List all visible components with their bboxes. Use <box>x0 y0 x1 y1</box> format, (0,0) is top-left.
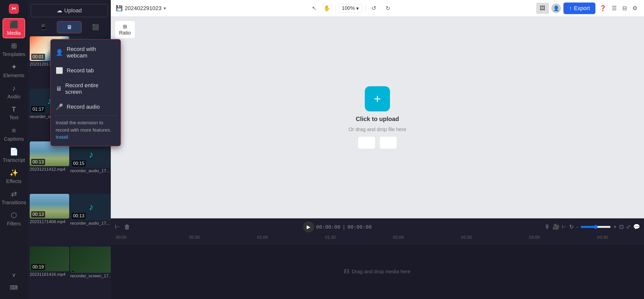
split-icon[interactable]: ⊢ <box>562 224 567 230</box>
delete-tool-icon[interactable]: 🗑 <box>124 223 130 230</box>
record-audio-icon: 🎤 <box>56 103 63 110</box>
editor-main: 💾 202402291023 ▾ ↖ ✋ 100% ▾ <box>111 0 644 299</box>
media-item-6[interactable]: 00:13 <box>30 194 69 219</box>
music-note-icon-5: ♪ <box>89 149 93 160</box>
timeline-tracks: 🎞 Drag and drop media here <box>111 244 644 299</box>
fit-timeline-icon[interactable]: ⊡ <box>619 224 624 230</box>
media-name-8: 20231161416.mp4 <box>30 271 69 278</box>
media-icon: ⬛ <box>10 20 18 29</box>
cursor-tool-btn[interactable]: ↖ <box>309 3 320 14</box>
list-item: ♪ 00:15 recorder_audio_17... <box>70 141 111 193</box>
undo-btn[interactable]: ↺ <box>368 3 379 14</box>
sidebar-item-templates-label: Templates <box>2 51 25 57</box>
zoom-in-icon[interactable]: + <box>613 224 617 230</box>
ratio-icon: ⊞ <box>123 23 127 29</box>
split-tool-icon[interactable]: ⊢ <box>115 223 120 230</box>
help-icon[interactable]: ❓ <box>598 4 608 13</box>
hand-tool-btn[interactable]: ✋ <box>321 3 332 14</box>
camera-record-icon[interactable]: 🎥 <box>553 224 559 230</box>
record-audio-item[interactable]: 🎤 Record audio <box>51 99 121 114</box>
install-extension-link[interactable]: Install <box>56 134 68 140</box>
media-tab-screen[interactable]: 🖥 <box>57 21 82 33</box>
sidebar-item-text-label: Text <box>9 115 19 121</box>
loop-icon[interactable]: ↻ <box>569 224 574 230</box>
upload-circle-btn[interactable]: + <box>365 86 390 111</box>
timeline-zoom-slider[interactable] <box>581 225 611 229</box>
logo-icon: ✂ <box>9 4 19 14</box>
sidebar-bottom: ∨ ⌨ <box>3 269 25 299</box>
sidebar-item-effects-label: Effects <box>6 178 22 184</box>
media-tab-phone[interactable]: 📱 <box>31 21 55 33</box>
record-dropdown: 👤 Record with webcam ⬜ Record tab 🖥 Reco… <box>50 39 121 146</box>
film-icon: 🎞 <box>344 269 349 275</box>
record-screen-icon: 🖥 <box>56 85 62 92</box>
menu-icon[interactable]: ☰ <box>610 4 618 13</box>
timeline-ruler: 00:00 00:30 01:00 01:30 02:00 02:30 03:0… <box>111 235 644 244</box>
sidebar-item-media[interactable]: ⬛ Media <box>3 18 25 38</box>
play-button[interactable]: ▶ <box>303 221 314 232</box>
drag-drop-text: Drag and drop media here <box>352 269 410 275</box>
sidebar-item-effects[interactable]: ✨ Effects <box>3 166 25 187</box>
play-icon: ▶ <box>307 224 310 230</box>
fullscreen-timeline-icon[interactable]: ⤢ <box>626 224 631 230</box>
zoom-out-icon[interactable]: - <box>576 224 578 230</box>
sidebar-nav: ✂ ⬛ Media ⊞ Templates ✦ Elements ♪ Audio… <box>0 0 28 299</box>
record-audio-label: Record audio <box>67 104 100 110</box>
export-button[interactable]: ↑ Export <box>563 3 595 14</box>
user-avatar-btn[interactable]: 👤 <box>551 4 561 13</box>
media-duration-2: 01:17 <box>31 106 45 112</box>
sidebar-item-transitions-label: Transitions <box>2 200 26 205</box>
sidebar-keyboard-btn[interactable]: ⌨ <box>3 281 25 294</box>
timeline-right-tools: 🎙 🎥 ⊢ ↻ - + ⊡ ⤢ 💬 <box>545 224 640 230</box>
timeline-toolbar: ⊢ 🗑 ▶ 00:00:00 | 00:00:00 🎙 🎥 ⊢ ↻ - <box>111 218 644 235</box>
timeline-chat-icon[interactable]: 💬 <box>633 224 640 230</box>
sidebar-item-templates[interactable]: ⊞ Templates <box>3 39 25 59</box>
preview-thumb-icon: 🖼 <box>540 5 545 12</box>
current-time: 00:00:00 <box>316 224 340 230</box>
sidebar-item-captions[interactable]: ≡ Captions <box>3 124 25 144</box>
sidebar-item-text[interactable]: T Text <box>3 103 25 123</box>
canvas-area: ⊞ Ratio + Click to upload Or drag and dr… <box>111 17 644 218</box>
phone-icon: 📱 <box>40 24 47 31</box>
record-webcam-item[interactable]: 👤 Record with webcam <box>51 42 121 63</box>
record-tab-item[interactable]: ⬜ Record tab <box>51 63 121 78</box>
record-screen-item[interactable]: 🖥 Record entire screen <box>51 78 121 99</box>
ruler-mark-0: 00:00 <box>116 235 127 240</box>
zoom-control[interactable]: 100% ▾ <box>339 4 362 13</box>
ratio-button[interactable]: ⊞ Ratio <box>115 21 135 39</box>
sidebar-item-elements[interactable]: ✦ Elements <box>3 61 25 81</box>
dropbox-icon: ◈ <box>386 139 390 146</box>
filters-icon: ⬡ <box>11 211 17 219</box>
list-item: recorder_screen_17... <box>70 247 111 298</box>
ruler-mark-6: 03:00 <box>529 235 540 240</box>
media-item-8[interactable]: 00:19 <box>30 247 69 271</box>
topbar-center: ↖ ✋ 100% ▾ ↺ ↻ <box>170 3 532 14</box>
dropbox-btn[interactable]: ◈ <box>379 136 397 149</box>
export-arrow-icon: ↑ <box>569 5 572 12</box>
mic-icon[interactable]: 🎙 <box>545 224 550 230</box>
media-item-9[interactable] <box>70 247 111 273</box>
project-dropdown-arrow[interactable]: ▾ <box>164 6 166 11</box>
ruler-mark-3: 01:30 <box>325 235 336 240</box>
sidebar-item-filters[interactable]: ⬡ Filters <box>3 209 25 229</box>
sidebar-item-audio[interactable]: ♪ Audio <box>3 82 25 102</box>
google-drive-btn[interactable]: ▲ <box>358 136 375 149</box>
media-duration-0: 00:01 <box>31 54 45 60</box>
export-button-label: Export <box>574 5 590 12</box>
sidebar-item-filters-label: Filters <box>7 221 21 227</box>
sidebar-item-transitions[interactable]: ⇄ Transitions <box>3 188 25 208</box>
sidebar-item-media-label: Media <box>7 30 21 36</box>
media-tab-other[interactable]: ⬛ <box>83 21 108 33</box>
settings-icon[interactable]: ⚙ <box>631 4 639 13</box>
text-icon: T <box>12 105 16 113</box>
redo-btn[interactable]: ↻ <box>382 3 393 14</box>
timeline-playback-center: ▶ 00:00:00 | 00:00:00 <box>134 221 541 232</box>
media-item-7[interactable]: ♪ 00:13 <box>70 194 111 220</box>
sidebar-collapse-btn[interactable]: ∨ <box>3 269 25 281</box>
list-item: ♪ 00:13 recorder_audio_17... <box>70 194 111 245</box>
topbar-divider-2 <box>365 5 365 12</box>
upload-button[interactable]: ☁ Upload <box>31 4 108 17</box>
sidebar-item-transcript[interactable]: 📄 Transcript <box>3 145 25 165</box>
upload-services: ▲ ◈ <box>358 136 397 149</box>
layout-icon[interactable]: ⊟ <box>621 4 628 13</box>
